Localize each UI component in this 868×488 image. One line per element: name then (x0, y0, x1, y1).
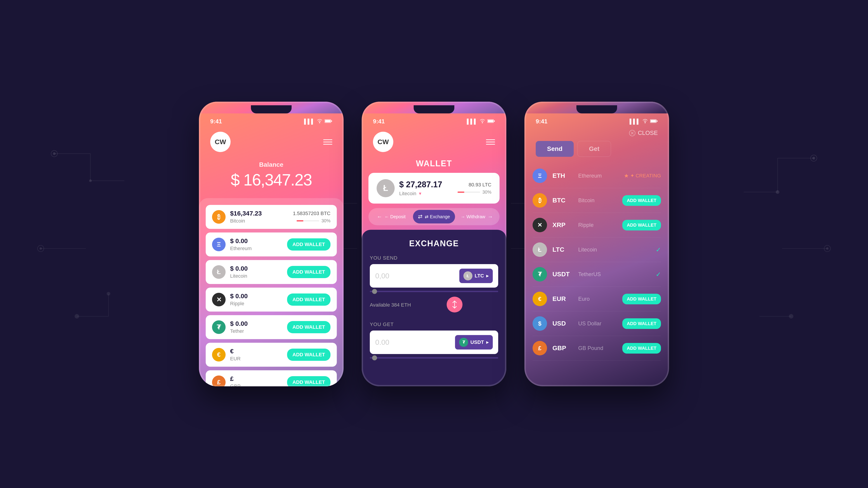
gbp-add-wallet-btn[interactable]: ADD WALLET (622, 343, 661, 354)
usd-list-icon: $ (532, 316, 547, 331)
eth-ticker: ETH (553, 172, 573, 180)
list-item-usd[interactable]: $ USD US Dollar ADD WALLET (532, 311, 661, 336)
send-get-tabs: Send Get (524, 141, 669, 164)
gbp-ticker: GBP (553, 345, 573, 352)
list-item-gbp[interactable]: £ GBP GB Pound ADD WALLET (532, 336, 661, 361)
notch-1 (251, 105, 291, 113)
xrp-add-wallet-btn[interactable]: ADD WALLET (622, 220, 661, 230)
send-tab[interactable]: Send (536, 141, 574, 157)
wallet-item-tether[interactable]: ₮ $ 0.00 Tether ADD WALLET (206, 315, 337, 339)
balance-label: Balance (199, 161, 344, 168)
wallet-item-gbp[interactable]: £ £ GBP ADD WALLET (206, 370, 337, 386)
available-text: Available 384 ETH (370, 302, 411, 308)
svg-rect-29 (325, 120, 331, 122)
eur-info: € EUR (230, 348, 283, 362)
you-send-input-row[interactable]: 0,00 Ł LTC ▶ (370, 264, 498, 288)
usdt-check-icon: ✓ (656, 271, 661, 278)
ltc-name: Litecoin (230, 273, 283, 279)
coin-list: Ξ ETH Ethereum ✦ CREATING ₿ BTC Bitcoin … (524, 164, 669, 386)
xrp-icon: ✕ (212, 293, 225, 306)
phone-exchange: 9:41 ▌▌▌ (362, 102, 506, 386)
you-get-coin: USDT (470, 339, 484, 345)
list-item-eur[interactable]: € EUR Euro ADD WALLET (532, 287, 661, 311)
ltc-amount-right: 80.93 LTC (458, 182, 491, 188)
eur-name: EUR (230, 356, 283, 362)
eur-list-icon: € (532, 292, 547, 306)
eur-ticker: EUR (553, 295, 573, 302)
eur-icon: € (212, 348, 225, 361)
time-3: 9:41 (536, 118, 548, 125)
phone-coinlist: 9:41 ▌▌▌ (524, 102, 669, 386)
status-bar-2: 9:41 ▌▌▌ (362, 113, 506, 127)
gbp-icon: £ (212, 376, 225, 386)
swap-button[interactable] (447, 297, 463, 313)
signal-icon-2: ▌▌▌ (467, 119, 477, 125)
wallet-item-eur[interactable]: € € EUR ADD WALLET (206, 343, 337, 367)
menu-button-2[interactable] (486, 139, 495, 144)
list-item-eth[interactable]: Ξ ETH Ethereum ✦ CREATING (532, 164, 661, 188)
eth-amount: $ 0.00 (230, 237, 283, 245)
withdraw-arrow-icon: → (488, 214, 493, 220)
add-eur-button[interactable]: ADD WALLET (287, 349, 331, 361)
you-get-slider[interactable] (370, 357, 498, 359)
wallet-list-1: ₿ $16,347.23 Bitcoin 1.58357203 BTC 30% (199, 198, 344, 386)
exchange-tab[interactable]: ⇄ ⇄ Exchange (413, 210, 455, 223)
litecoin-dropdown-icon: ▼ (418, 191, 422, 196)
btc-name: Bitcoin (230, 218, 288, 224)
status-icons-2: ▌▌▌ (467, 119, 495, 125)
gbp-list-icon: £ (532, 341, 547, 355)
litecoin-name-row: Litecoin ▼ (399, 191, 453, 197)
eth-name: Ethereum (230, 246, 283, 252)
you-get-input-row[interactable]: 0.00 ₮ USDT ▶ (370, 330, 498, 354)
xrp-ticker: XRP (553, 221, 573, 229)
list-item-usdt[interactable]: ₮ USDT TetherUS ✓ (532, 262, 661, 287)
list-item-btc[interactable]: ₿ BTC Bitcoin ADD WALLET (532, 188, 661, 213)
close-button[interactable]: CLOSE (524, 127, 669, 141)
deposit-arrow-icon: ← (377, 214, 382, 220)
btc-ticker: BTC (553, 197, 573, 204)
menu-button-1[interactable] (323, 139, 332, 144)
withdraw-tab[interactable]: → Withdraw → (456, 210, 498, 223)
exchange-icon: ⇄ (418, 214, 423, 220)
add-eth-button[interactable]: ADD WALLET (287, 238, 331, 251)
signal-icon: ▌▌▌ (304, 119, 315, 125)
litecoin-card-icon: Ł (377, 179, 395, 197)
usdt-fullname: TetherUS (578, 271, 650, 278)
notch-3 (577, 105, 617, 113)
wallet-item-xrp[interactable]: ✕ $ 0.00 Ripple ADD WALLET (206, 288, 337, 312)
wallet-item-ltc[interactable]: Ł $ 0.00 Litecoin ADD WALLET (206, 260, 337, 284)
wallet-item-btc[interactable]: ₿ $16,347.23 Bitcoin 1.58357203 BTC 30% (206, 205, 337, 229)
you-get-coin-pill[interactable]: ₮ USDT ▶ (455, 335, 493, 350)
btc-add-wallet-btn[interactable]: ADD WALLET (622, 195, 661, 206)
list-item-ltc[interactable]: Ł LTC Litecoin ✓ (532, 237, 661, 262)
you-send-label: YOU SEND (370, 255, 498, 261)
usd-add-wallet-btn[interactable]: ADD WALLET (622, 318, 661, 329)
add-tether-button[interactable]: ADD WALLET (287, 321, 331, 333)
status-icons-1: ▌▌▌ (304, 119, 332, 125)
add-gbp-button[interactable]: ADD WALLET (287, 376, 331, 386)
list-item-xrp[interactable]: ✕ XRP Ripple ADD WALLET (532, 213, 661, 237)
svg-point-4 (89, 180, 92, 182)
add-xrp-button[interactable]: ADD WALLET (287, 293, 331, 306)
svg-rect-33 (494, 121, 495, 122)
wallet-item-eth[interactable]: Ξ $ 0.00 Ethereum ADD WALLET (206, 232, 337, 256)
litecoin-card-amount: $ 27,287.17 (399, 180, 453, 189)
you-send-coin-pill[interactable]: Ł LTC ▶ (459, 269, 493, 283)
litecoin-card-name: Litecoin (399, 191, 416, 197)
you-send-slider[interactable] (370, 291, 498, 292)
eur-add-wallet-btn[interactable]: ADD WALLET (622, 294, 661, 304)
litecoin-card[interactable]: Ł $ 27,287.17 Litecoin ▼ 80.93 LTC 30% (368, 173, 500, 203)
add-ltc-button[interactable]: ADD WALLET (287, 266, 331, 278)
eth-list-icon: Ξ (532, 168, 547, 183)
svg-rect-36 (657, 121, 657, 122)
xrp-amount: $ 0.00 (230, 293, 283, 300)
phone-1-header: CW (199, 127, 344, 159)
ltc-icon: Ł (212, 265, 225, 279)
time-1: 9:41 (210, 118, 222, 125)
eth-info: $ 0.00 Ethereum (230, 237, 283, 252)
svg-point-22 (789, 314, 794, 319)
usdt-dropdown-icon: ▶ (486, 340, 489, 344)
eth-creating-badge: ✦ CREATING (624, 173, 661, 179)
deposit-tab[interactable]: ← ← Deposit (370, 210, 412, 223)
get-tab[interactable]: Get (577, 141, 611, 157)
